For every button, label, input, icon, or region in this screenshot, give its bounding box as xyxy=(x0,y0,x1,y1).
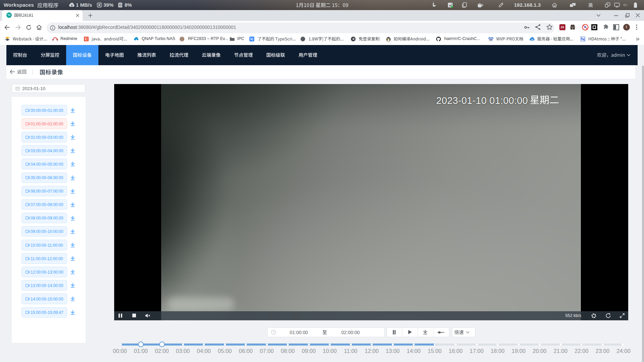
svg-text:WVP-PRO: WVP-PRO xyxy=(489,40,493,42)
svg-text:C: C xyxy=(85,37,88,41)
